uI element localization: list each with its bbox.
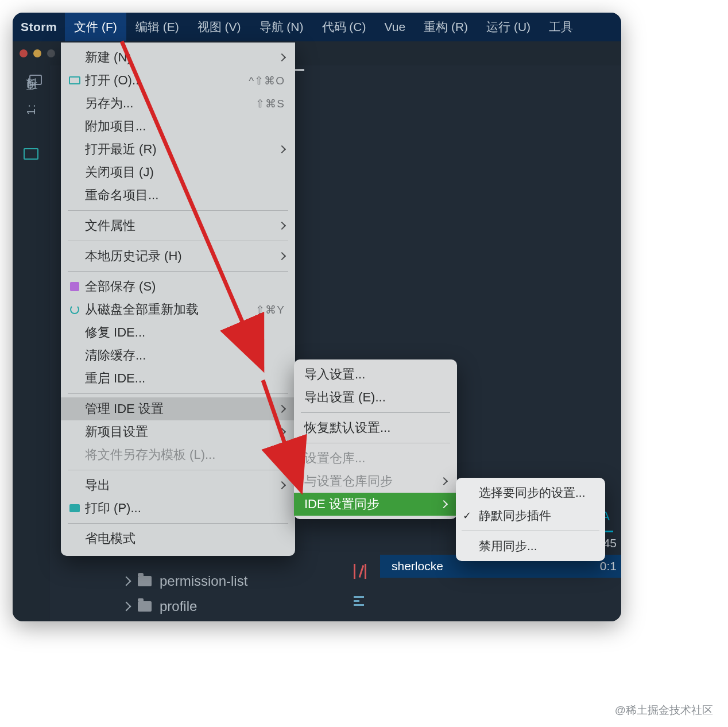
sidebar-device-icon[interactable] <box>24 148 38 160</box>
chevron-right-icon <box>122 577 131 586</box>
menu-separator <box>301 443 450 443</box>
submenu-item-label: 导入设置... <box>304 366 447 383</box>
menu-item[interactable]: 关闭项目 (J) <box>61 161 295 184</box>
menu-item-label: 全部保存 (S) <box>85 278 285 295</box>
submenu-item[interactable]: 禁用同步... <box>456 535 605 558</box>
gutter-icons <box>354 564 366 608</box>
menu-item[interactable]: 打开 (O)...^⇧⌘O <box>61 69 295 92</box>
submenu-item-label: 恢复默认设置... <box>304 419 447 436</box>
menu-item[interactable]: 打印 (P)... <box>61 497 295 520</box>
menu-item-label: 清除缓存... <box>85 347 285 364</box>
menu-item-label: 新项目设置 <box>85 423 273 440</box>
ide-window: Storm 文件 (F) 编辑 (E) 视图 (V) 导航 (N) 代码 (C)… <box>13 13 621 621</box>
menu-item-label: 打开 (O)... <box>85 72 249 89</box>
sidebar-tool-icon[interactable] <box>29 75 42 85</box>
save-all-icon <box>69 281 80 292</box>
menu-vue[interactable]: Vue <box>375 13 415 41</box>
menu-item-shortcut: ^⇧⌘O <box>249 74 285 87</box>
menu-item-shortcut: ⇧⌘Y <box>255 303 285 316</box>
submenu-item[interactable]: IDE 设置同步 <box>294 493 457 516</box>
menu-separator <box>462 531 599 531</box>
menu-item[interactable]: 重启 IDE... <box>61 367 295 390</box>
submenu-item[interactable]: 导出设置 (E)... <box>294 386 457 409</box>
window-minimize-icon[interactable] <box>33 49 41 57</box>
menu-item-shortcut: ⇧⌘S <box>255 97 285 110</box>
submenu-manage-ide: 导入设置...导出设置 (E)...恢复默认设置...设置仓库...与设置仓库同… <box>294 359 457 519</box>
diff-icon[interactable] <box>354 564 366 579</box>
menu-item-label: 导出 <box>85 477 273 494</box>
menu-item-label: 从磁盘全部重新加载 <box>85 301 255 318</box>
menu-item[interactable]: 重命名项目... <box>61 184 295 207</box>
menu-file[interactable]: 文件 (F) <box>65 13 126 41</box>
menu-refactor[interactable]: 重构 (R) <box>415 13 477 41</box>
menu-item-label: 修复 IDE... <box>85 324 285 341</box>
submenu-item-label: 导出设置 (E)... <box>304 389 447 406</box>
menu-item[interactable]: 管理 IDE 设置 <box>61 397 295 420</box>
menu-code[interactable]: 代码 (C) <box>313 13 375 41</box>
menu-item[interactable]: 文件属性 <box>61 214 295 237</box>
menu-item[interactable]: 全部保存 (S) <box>61 275 295 298</box>
window-zoom-icon[interactable] <box>47 49 55 57</box>
chevron-right-icon <box>122 602 131 612</box>
menu-item[interactable]: 修复 IDE... <box>61 321 295 344</box>
menu-item[interactable]: 清除缓存... <box>61 344 295 367</box>
menu-item[interactable]: 新建 (N) <box>61 46 295 69</box>
submenu-item[interactable]: 选择要同步的设置... <box>456 481 605 504</box>
menu-item-label: 另存为... <box>85 95 255 112</box>
menu-item-label: 打印 (P)... <box>85 500 285 517</box>
submenu-item: 设置仓库... <box>294 447 457 470</box>
menu-separator <box>68 523 288 524</box>
menu-view[interactable]: 视图 (V) <box>188 13 250 41</box>
chevron-right-icon <box>278 53 286 61</box>
menu-separator <box>301 412 450 413</box>
vcs-row-1-time: 0:1 <box>600 559 621 573</box>
window-close-icon[interactable] <box>20 49 28 57</box>
reload-icon <box>69 304 80 315</box>
folder-icon <box>138 576 152 586</box>
menu-item-label: 附加项目... <box>85 118 285 135</box>
check-icon: ✓ <box>463 509 471 522</box>
menu-item[interactable]: 打开最近 (R) <box>61 138 295 161</box>
menu-separator <box>68 241 288 241</box>
menu-separator <box>68 393 288 394</box>
tree-item-permission-list[interactable]: permission-list <box>123 569 247 594</box>
tree-item-profile[interactable]: profile <box>123 594 247 619</box>
vcs-row-0-time: 45 <box>603 536 621 550</box>
window-controls <box>20 49 55 57</box>
menu-item[interactable]: 导出 <box>61 474 295 497</box>
submenu-item-label: 设置仓库... <box>304 450 447 467</box>
menu-item[interactable]: 另存为...⇧⌘S <box>61 92 295 115</box>
menu-item-label: 重命名项目... <box>85 187 285 204</box>
file-menu: 新建 (N)打开 (O)...^⇧⌘O另存为...⇧⌘S附加项目...打开最近 … <box>61 42 295 556</box>
tree-item-label: profile <box>160 598 197 614</box>
submenu-item[interactable]: 导入设置... <box>294 363 457 386</box>
chevron-right-icon <box>278 222 286 230</box>
submenu-item[interactable]: 恢复默认设置... <box>294 416 457 439</box>
menu-item-label: 省电模式 <box>85 530 285 547</box>
menu-item-label: 将文件另存为模板 (L)... <box>85 446 285 463</box>
menu-edit[interactable]: 编辑 (E) <box>126 13 188 41</box>
menu-item-label: 重启 IDE... <box>85 370 285 387</box>
list-icon[interactable] <box>354 596 366 608</box>
chevron-right-icon <box>278 428 286 436</box>
chevron-right-icon <box>278 405 286 413</box>
menu-navigate[interactable]: 导航 (N) <box>250 13 313 41</box>
menu-item-label: 新建 (N) <box>85 49 273 66</box>
chevron-right-icon <box>440 500 448 508</box>
menu-item[interactable]: 本地历史记录 (H) <box>61 245 295 268</box>
submenu-item: 与设置仓库同步 <box>294 470 457 493</box>
sidebar-project-label[interactable]: 1: 项目 <box>23 96 38 115</box>
menu-item-label: 文件属性 <box>85 217 273 234</box>
menu-item[interactable]: 新项目设置 <box>61 420 295 443</box>
menu-separator <box>68 470 288 470</box>
menu-tools[interactable]: 工具 <box>540 13 582 41</box>
menu-item[interactable]: 省电模式 <box>61 527 295 550</box>
app-brand: Storm <box>13 20 65 34</box>
tree-item-label: permission-list <box>160 573 247 589</box>
chevron-right-icon <box>278 252 286 260</box>
menu-item[interactable]: 附加项目... <box>61 115 295 138</box>
print-icon <box>69 502 80 514</box>
menu-item[interactable]: 从磁盘全部重新加载⇧⌘Y <box>61 298 295 321</box>
menu-run[interactable]: 运行 (U) <box>477 13 540 41</box>
submenu-item[interactable]: ✓静默同步插件 <box>456 504 605 527</box>
